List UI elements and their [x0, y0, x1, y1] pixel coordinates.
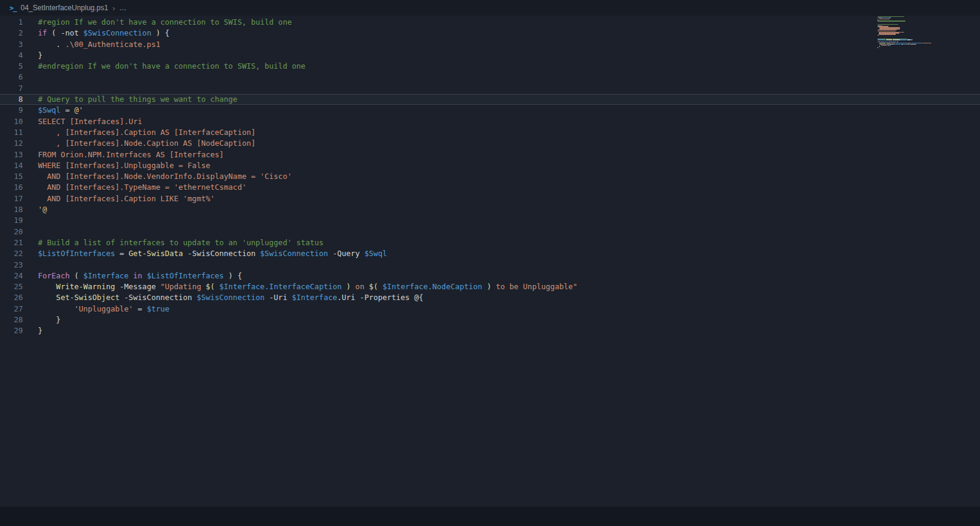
code-line[interactable]: 24ForEach ( $Interface in $ListOfInterfa…	[0, 271, 980, 281]
code-line[interactable]: 4}	[0, 50, 980, 61]
code-token: .\00_Authenticate.ps1	[65, 40, 160, 49]
code-line[interactable]: 27 'Unpluggable' = $true	[0, 304, 980, 315]
code-token: , [Interfaces].Node.Caption AS [NodeCapt…	[38, 139, 255, 148]
code-token: -SwisConnection	[183, 249, 260, 258]
line-number[interactable]: 17	[0, 193, 38, 204]
line-number[interactable]: 8	[0, 94, 38, 105]
line-number[interactable]: 11	[0, 127, 38, 138]
line-number[interactable]: 15	[0, 171, 38, 182]
code-token: ) {	[224, 271, 242, 280]
line-number[interactable]: 7	[0, 83, 38, 94]
code-line-text: # Query to pull the things we want to ch…	[38, 94, 980, 105]
code-token: =	[133, 304, 147, 313]
code-line[interactable]: 16 AND [Interfaces].TypeName = 'ethernet…	[0, 182, 980, 193]
code-line[interactable]: 15 AND [Interfaces].Node.VendorInfo.Disp…	[0, 171, 980, 182]
code-token: to be Unpluggable"	[492, 282, 578, 291]
code-line[interactable]: 22$ListOfInterfaces = Get-SwisData -Swis…	[0, 248, 980, 259]
line-number[interactable]: 27	[0, 304, 38, 315]
code-line-text	[38, 215, 980, 226]
code-line-text	[38, 83, 980, 94]
code-token: $Interface.InterfaceCaption	[215, 282, 346, 291]
code-token: =	[61, 105, 75, 114]
code-line[interactable]: 26 Set-SwisObject -SwisConnection $SwisC…	[0, 292, 980, 303]
code-token	[129, 271, 134, 280]
line-number[interactable]: 12	[0, 138, 38, 149]
code-token: $ListOfInterfaces	[38, 249, 115, 258]
code-line-text: $Swql = @'	[38, 105, 980, 116]
code-line-text: }	[38, 50, 980, 61]
code-token: -SwisConnection	[119, 293, 196, 302]
code-token: -Properties	[355, 293, 414, 302]
code-line-text	[38, 260, 980, 271]
line-number[interactable]: 22	[0, 248, 38, 259]
code-token: on	[351, 282, 369, 291]
line-number[interactable]: 6	[0, 72, 38, 83]
line-number[interactable]: 29	[0, 325, 38, 336]
code-line[interactable]: 6	[0, 72, 980, 83]
code-line[interactable]: 10SELECT [Interfaces].Uri	[0, 116, 980, 127]
line-number[interactable]: 13	[0, 149, 38, 160]
line-number[interactable]: 3	[0, 39, 38, 50]
code-line[interactable]: 12 , [Interfaces].Node.Caption AS [NodeC…	[0, 138, 980, 149]
minimap[interactable]	[878, 16, 933, 52]
line-number[interactable]: 18	[0, 204, 38, 215]
code-line[interactable]: 2if ( -not $SwisConnection ) {	[0, 28, 980, 39]
code-line[interactable]: 17 AND [Interfaces].Caption LIKE 'mgmt%'	[0, 193, 980, 204]
code-token: FROM Orion.NPM.Interfaces AS [Interfaces…	[38, 150, 224, 159]
code-line[interactable]: 9$Swql = @'	[0, 105, 980, 116]
code-line-text: $ListOfInterfaces = Get-SwisData -SwisCo…	[38, 248, 980, 259]
code-line[interactable]: 3 . .\00_Authenticate.ps1	[0, 39, 980, 50]
code-line[interactable]: 13FROM Orion.NPM.Interfaces AS [Interfac…	[0, 149, 980, 160]
code-token: -Message	[115, 282, 160, 291]
breadcrumb-file[interactable]: 04_SetInterfaceUnplug.ps1	[20, 4, 108, 12]
line-number[interactable]: 23	[0, 260, 38, 271]
line-number[interactable]: 16	[0, 182, 38, 193]
code-line[interactable]: 19	[0, 215, 980, 226]
code-line[interactable]: 7	[0, 83, 980, 94]
code-line[interactable]: 25 Write-Warning -Message "Updating $( $…	[0, 281, 980, 292]
code-token: $SwisConnection	[260, 249, 328, 258]
line-number[interactable]: 28	[0, 315, 38, 325]
code-line-text: ForEach ( $Interface in $ListOfInterface…	[38, 271, 980, 281]
code-editor[interactable]: 1#region If we don't have a connection t…	[0, 16, 980, 507]
code-token: # Query to pull the things we want to ch…	[38, 95, 237, 104]
line-number[interactable]: 25	[0, 281, 38, 292]
line-number[interactable]: 4	[0, 50, 38, 61]
minimap-line	[878, 47, 933, 48]
code-line[interactable]: 18'@	[0, 204, 980, 215]
line-number[interactable]: 2	[0, 28, 38, 39]
code-line[interactable]: 20	[0, 227, 980, 237]
breadcrumb-more[interactable]: …	[119, 4, 126, 12]
line-number[interactable]: 9	[0, 105, 38, 116]
code-token: Write-Warning	[56, 282, 115, 291]
code-line[interactable]: 14WHERE [Interfaces].Unpluggable = False	[0, 160, 980, 171]
line-number[interactable]: 19	[0, 215, 38, 226]
code-token: .Uri	[337, 293, 355, 302]
code-line[interactable]: 5#endregion If we don't have a connectio…	[0, 61, 980, 72]
code-token: $Interface.NodeCaption	[378, 282, 487, 291]
code-line[interactable]: 29}	[0, 325, 980, 336]
code-line[interactable]: 23	[0, 260, 980, 271]
line-number[interactable]: 14	[0, 160, 38, 171]
line-number[interactable]: 26	[0, 292, 38, 303]
code-token: WHERE [Interfaces].Unpluggable = False	[38, 161, 210, 170]
line-number[interactable]: 20	[0, 227, 38, 237]
code-line[interactable]: 28 }	[0, 315, 980, 325]
line-number[interactable]: 21	[0, 237, 38, 248]
code-line[interactable]: 8# Query to pull the things we want to c…	[0, 94, 980, 105]
code-token: $ListOfInterfaces	[147, 271, 224, 280]
line-number[interactable]: 1	[0, 17, 38, 28]
code-line-text: Set-SwisObject -SwisConnection $SwisConn…	[38, 292, 980, 303]
code-token: }	[38, 51, 43, 60]
line-number[interactable]: 5	[0, 61, 38, 72]
code-line[interactable]: 11 , [Interfaces].Caption AS [InterfaceC…	[0, 127, 980, 138]
code-line[interactable]: 21# Build a list of interfaces to update…	[0, 237, 980, 248]
code-line-text: if ( -not $SwisConnection ) {	[38, 28, 980, 39]
code-token	[142, 271, 147, 280]
line-number[interactable]: 10	[0, 116, 38, 127]
code-line[interactable]: 1#region If we don't have a connection t…	[0, 17, 980, 28]
line-number[interactable]: 24	[0, 271, 38, 281]
code-line-text: SELECT [Interfaces].Uri	[38, 116, 980, 127]
code-token: in	[133, 271, 142, 280]
code-token: ForEach	[38, 271, 70, 280]
